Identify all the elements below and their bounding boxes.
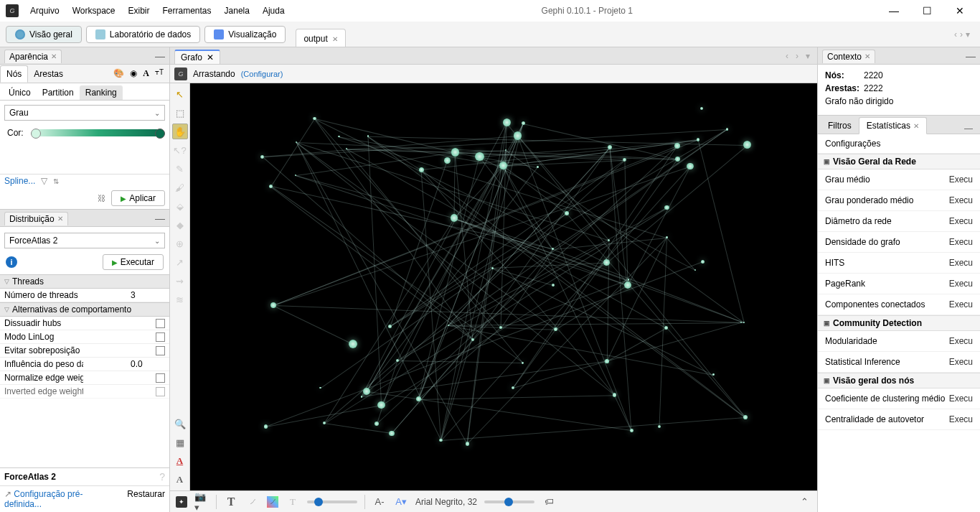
menu-tools[interactable]: Ferramentas [157,3,217,19]
configure-link[interactable]: (Configurar) [241,70,283,78]
menu-window[interactable]: Janela [219,3,255,19]
run-stat-link[interactable]: Execu [949,299,973,309]
close-icon[interactable]: ✕ [207,52,214,62]
font-larger-icon[interactable]: A▾ [394,495,408,509]
subtab-unique[interactable]: Único [3,85,37,100]
text-mode-icon[interactable]: T [286,495,300,509]
path-tool-icon[interactable]: ⇝ [172,273,188,289]
maximize-button[interactable]: ☐ [917,5,937,17]
expand-options-icon[interactable]: ⌃ [797,495,811,509]
spline-link[interactable]: Spline... [4,176,35,186]
run-stat-link[interactable]: Execu [949,258,973,268]
menu-view[interactable]: Exibir [123,3,156,19]
datalab-button[interactable]: Laboratório de dados [86,26,200,43]
run-stat-link[interactable]: Execu [949,394,973,404]
label-color-tool-icon[interactable]: A [172,453,188,469]
screenshot-icon[interactable]: 📷▾ [194,495,209,509]
prev-workspace-icon[interactable]: ‹ [954,29,957,39]
preview-button[interactable]: Visualização [204,26,286,43]
size-icon[interactable]: ◉ [130,68,137,79]
close-icon[interactable]: ✕ [51,52,57,60]
stats-group-network[interactable]: ▣Visão Geral da Rede [818,154,980,169]
menu-file[interactable]: Arquivo [24,3,65,19]
marquee-tool-icon[interactable]: ⬚ [172,105,188,121]
add-node-icon[interactable]: ⊕ [172,236,188,251]
checkbox[interactable] [156,373,165,383]
subtab-partition[interactable]: Partition [37,85,80,100]
drag-tool-icon[interactable]: ✋ [172,124,188,139]
info-icon[interactable]: i [6,256,17,268]
label-size-slider[interactable] [484,501,534,503]
font-label[interactable]: Arial Negrito, 32 [415,497,477,507]
prop-group-threads[interactable]: ▽Threads [0,274,169,289]
checkbox[interactable] [156,319,165,328]
appearance-tab[interactable]: Aparência ✕ [4,50,62,63]
size-tool-icon[interactable]: ◆ [172,217,188,233]
layout-tab[interactable]: Distribuição ✕ [4,212,68,225]
stats-config-link[interactable]: Configurações [818,134,980,154]
run-stat-link[interactable]: Execu [949,357,973,367]
run-stat-link[interactable]: Execu [949,237,973,247]
edge-color-icon[interactable]: ⟋ [267,496,278,508]
stats-group-community[interactable]: ▣Community Detection [818,315,980,331]
dropdown-icon[interactable]: ▾ [803,50,813,62]
color-gradient[interactable] [34,129,162,136]
close-icon[interactable]: ✕ [913,122,919,130]
menu-help[interactable]: Ajuda [257,3,291,19]
prop-group-behavior[interactable]: ▽Alternativas de comportamento [0,302,169,317]
ranking-attribute-select[interactable]: Grau ⌄ [4,105,165,121]
label-settings-icon[interactable]: 🏷 [542,495,556,509]
sort-icon[interactable]: ⇅ [53,177,59,185]
minimize-panel-icon[interactable]: — [966,50,976,62]
close-icon[interactable]: ✕ [332,35,338,43]
close-icon[interactable]: ✕ [57,215,63,223]
select-tool-icon[interactable]: ↖ [172,86,188,102]
funnel-icon[interactable]: ▽ [41,176,47,186]
run-layout-button[interactable]: ▶ Executar [103,254,164,270]
prev-icon[interactable]: ‹ [783,50,791,62]
add-edge-icon[interactable]: ↗ [172,254,188,270]
close-button[interactable]: ✕ [950,5,970,17]
help-icon[interactable]: ? [159,471,165,483]
reset-zoom-icon[interactable]: ▦ [172,434,188,450]
run-stat-link[interactable]: Execu [949,336,973,346]
tab-statistics[interactable]: Estatísticas✕ [859,117,927,134]
background-color-icon[interactable]: ✦ [176,496,187,508]
minimize-panel-icon[interactable]: — [155,213,165,224]
run-stat-link[interactable]: Execu [949,279,973,289]
run-stat-link[interactable]: Execu [949,216,973,226]
run-stat-link[interactable]: Execu [949,174,973,185]
pointer-help-icon[interactable]: ↖? [172,142,188,158]
show-labels-icon[interactable]: T [224,495,238,509]
tab-edges[interactable]: Arestas [28,66,69,82]
reset-link[interactable]: Restaurar [127,489,165,509]
link-icon[interactable]: ⛓ [98,194,105,203]
next-workspace-icon[interactable]: › [960,29,963,39]
palette-icon[interactable]: 🎨 [113,68,124,79]
checkbox[interactable] [156,387,165,396]
heatmap-tool-icon[interactable]: ≋ [172,292,188,307]
minimize-panel-icon[interactable]: — [155,50,165,62]
graph-tab[interactable]: Grafo ✕ [174,50,220,64]
label-tool-icon[interactable]: A [172,472,188,488]
apply-button[interactable]: ▶ Aplicar [111,190,165,206]
menu-workspace[interactable]: Workspace [67,3,121,19]
stats-group-nodes[interactable]: ▣Visão geral dos nós [818,373,980,388]
edge-style-icon[interactable]: ⟋ [245,495,260,509]
font-smaller-icon[interactable]: A- [372,495,387,509]
edit-tool-icon[interactable]: ✎ [172,161,188,177]
tab-nodes[interactable]: Nós [0,65,28,83]
close-icon[interactable]: ✕ [864,52,870,60]
context-tab[interactable]: Contexto ✕ [822,50,875,63]
bucket-tool-icon[interactable]: ⬙ [172,198,188,214]
next-icon[interactable]: › [793,50,801,62]
zoom-tool-icon[interactable]: 🔍 [172,416,188,432]
tab-filters[interactable]: Filtros [821,118,859,134]
checkbox[interactable] [156,346,165,355]
workspace-menu-icon[interactable]: ▾ [966,29,970,39]
graph-canvas[interactable] [190,83,817,490]
minimize-button[interactable]: — [884,5,904,17]
layout-algo-select[interactable]: ForceAtlas 2 ⌄ [4,233,165,248]
run-stat-link[interactable]: Execu [949,414,973,424]
brush-tool-icon[interactable]: 🖌 [172,180,188,195]
